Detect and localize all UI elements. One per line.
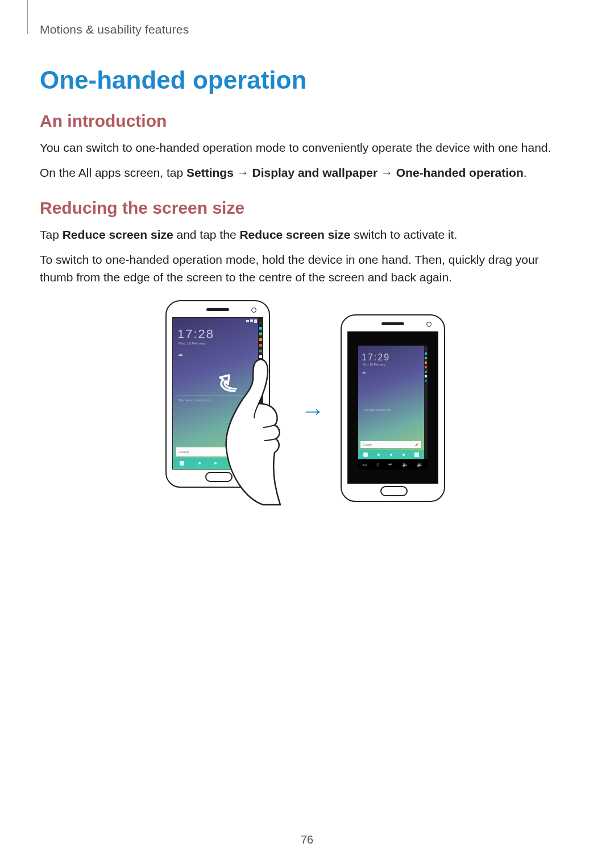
edge-icon	[259, 321, 262, 324]
figure-after: ⤢ 17:29 Mon, 16 February ☁ Tap here to a…	[341, 314, 449, 508]
apps-icon	[414, 452, 419, 457]
device-screen-left: 17:28 Mon, 16 February ☁ Tap here to add…	[172, 317, 263, 470]
search-bar: Google 🎤	[176, 447, 254, 456]
date-label: Mon, 16 February	[179, 342, 205, 345]
page-number: 76	[0, 833, 614, 846]
edge-icon	[425, 362, 427, 364]
edge-panel	[424, 346, 428, 459]
intro-paragraph-2: On the All apps screen, tap Settings → D…	[40, 164, 574, 182]
widget-divider	[177, 395, 255, 396]
edge-icon	[425, 357, 427, 359]
home-button-icon	[380, 486, 408, 496]
camera-icon	[251, 308, 256, 313]
page-title: One-handed operation	[40, 66, 574, 94]
dock	[358, 450, 424, 459]
device-frame-left: 17:28 Mon, 16 February ☁ Tap here to add…	[165, 300, 270, 488]
breadcrumb: Motions & usability features	[40, 23, 574, 36]
text-fragment: On the All apps screen, tap	[40, 166, 186, 179]
device-screen-right: ⤢ 17:29 Mon, 16 February ☁ Tap here to a…	[347, 331, 438, 484]
edge-icon	[259, 361, 262, 364]
bold-settings: Settings	[186, 166, 234, 179]
text-fragment: and tap the	[173, 228, 240, 241]
reduce-paragraph-1: Tap Reduce screen size and tap the Reduc…	[40, 226, 574, 244]
page-indicator-icon	[390, 454, 392, 456]
vertical-margin-rule	[27, 0, 28, 34]
page-indicator-icon	[403, 454, 405, 456]
clock-widget: 17:28	[177, 327, 214, 342]
back-icon: ↩	[388, 462, 393, 467]
page-indicator-icon	[377, 454, 380, 456]
edge-icon	[259, 344, 262, 347]
edge-icon	[425, 366, 427, 368]
volume-up-icon: 🔉	[417, 462, 423, 467]
reduced-screen-area: ⤢ 17:29 Mon, 16 February ☁ Tap here to a…	[358, 346, 428, 470]
bold-reduce-2: Reduce screen size	[239, 228, 350, 241]
edge-icon	[259, 338, 262, 341]
text-fragment: .	[524, 166, 527, 179]
reduce-paragraph-2: To switch to one-handed operation mode, …	[40, 251, 574, 286]
phone-icon	[363, 452, 368, 457]
device-frame-right: ⤢ 17:29 Mon, 16 February ☁ Tap here to a…	[341, 314, 445, 502]
search-label: Google	[363, 443, 372, 446]
phone-icon	[180, 461, 184, 466]
weather-icon: ☁	[177, 351, 183, 357]
home-button-icon	[205, 472, 233, 482]
section-heading-intro: An introduction	[40, 111, 574, 131]
edge-icon	[259, 355, 262, 358]
intro-paragraph-1: You can switch to one-handed operation m…	[40, 139, 574, 157]
date-label: Mon, 16 February	[363, 363, 385, 366]
bold-one-handed: One-handed operation	[396, 166, 524, 179]
edge-panel	[258, 318, 263, 469]
bold-reduce-1: Reduce screen size	[63, 228, 173, 241]
section-heading-reduce: Reducing the screen size	[40, 198, 574, 218]
widget-hint: Tap here to add a city	[364, 408, 391, 412]
apps-icon	[247, 461, 251, 466]
page-indicator-icon	[214, 462, 217, 464]
edge-icon	[259, 350, 262, 352]
search-bar: Google 🎤	[360, 441, 421, 448]
figure-row: 17:28 Mon, 16 February ☁ Tap here to add…	[40, 300, 574, 522]
clock-widget: 17:29	[362, 352, 390, 363]
figure-before: 17:28 Mon, 16 February ☁ Tap here to add…	[165, 300, 285, 522]
text-fragment: Tap	[40, 228, 63, 241]
home-icon: ⌂	[376, 462, 379, 467]
dock	[173, 458, 258, 469]
edge-icon	[425, 371, 427, 373]
edge-icon	[425, 375, 427, 377]
mic-icon: 🎤	[415, 443, 418, 446]
text-fragment: switch to activate it.	[350, 228, 457, 241]
mic-icon: 🎤	[247, 450, 251, 454]
edge-icon	[259, 327, 262, 330]
edge-icon	[425, 380, 427, 382]
speaker-icon	[381, 322, 404, 325]
edge-icon	[425, 348, 427, 350]
widget-hint: Tap here to add a city	[179, 398, 211, 402]
weather-icon: ☁	[362, 369, 366, 375]
volume-down-icon: 🔈	[402, 462, 408, 467]
edge-icon	[259, 333, 262, 335]
recents-icon: ▭	[363, 462, 368, 467]
arrow-glyph: →	[234, 166, 252, 179]
widget-divider	[362, 405, 421, 405]
page-indicator-icon	[198, 462, 201, 464]
arrow-glyph: →	[377, 166, 396, 179]
camera-icon	[426, 322, 432, 327]
status-bar	[173, 318, 258, 324]
mini-home-screen: 17:29 Mon, 16 February ☁ Tap here to add…	[358, 346, 428, 459]
page-indicator-icon	[230, 462, 233, 464]
edge-icon	[425, 352, 427, 355]
bold-display-wallpaper: Display and wallpaper	[252, 166, 378, 179]
search-label: Google	[179, 450, 189, 454]
speaker-icon	[206, 308, 229, 311]
mini-nav-bar: ▭ ⌂ ↩ 🔈 🔉	[358, 459, 428, 470]
transition-arrow-icon: →	[301, 397, 325, 425]
